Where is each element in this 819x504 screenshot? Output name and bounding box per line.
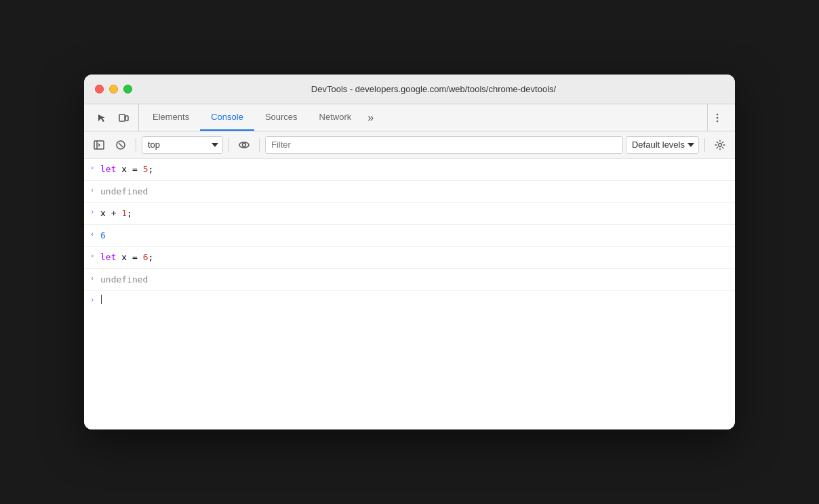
console-result: 6 [100, 228, 730, 244]
output-arrow: ‹ [84, 272, 100, 285]
console-input: let x = 5; [100, 161, 730, 177]
tab-elements[interactable]: Elements [142, 104, 200, 131]
tabbar: Elements Console Sources Network » [84, 104, 735, 131]
titlebar: DevTools - developers.google.com/web/too… [84, 75, 735, 104]
eye-icon[interactable] [235, 135, 254, 154]
traffic-lights [95, 85, 132, 93]
svg-point-11 [719, 143, 722, 146]
filter-box[interactable] [265, 136, 623, 154]
prompt-arrow: › [84, 293, 100, 306]
console-row: ‹ 6 [84, 225, 735, 247]
input-arrow: › [84, 205, 100, 218]
device-toolbar-icon[interactable] [114, 108, 133, 127]
result-arrow: ‹ [84, 228, 100, 240]
svg-point-10 [243, 143, 246, 146]
svg-rect-1 [125, 116, 128, 121]
tabbar-right-menu [707, 104, 732, 131]
svg-point-4 [717, 120, 719, 122]
console-row: ‹ undefined [84, 269, 735, 291]
log-levels-selector[interactable]: Default levels [626, 136, 699, 154]
console-row: ‹ undefined [84, 181, 735, 203]
show-console-sidebar-icon[interactable] [89, 135, 108, 154]
svg-point-2 [717, 113, 719, 115]
clear-console-icon[interactable] [111, 135, 130, 154]
tab-left-icons [87, 104, 139, 131]
tab-sources[interactable]: Sources [254, 104, 308, 131]
settings-icon[interactable] [711, 135, 730, 154]
cursor [101, 295, 102, 304]
tab-network[interactable]: Network [308, 104, 363, 131]
toolbar-divider-1 [136, 138, 136, 152]
window-title: DevTools - developers.google.com/web/too… [143, 84, 724, 94]
console-input-row[interactable]: › [84, 291, 735, 310]
tab-overflow[interactable]: » [362, 104, 379, 131]
input-arrow: › [84, 249, 100, 262]
tab-console[interactable]: Console [200, 104, 254, 131]
svg-rect-0 [119, 114, 125, 121]
more-options-icon[interactable] [708, 108, 727, 127]
console-prompt[interactable] [100, 293, 730, 306]
devtools-window: DevTools - developers.google.com/web/too… [84, 75, 735, 429]
toolbar: top Default levels [84, 131, 735, 159]
svg-point-3 [717, 117, 719, 119]
filter-input[interactable] [271, 140, 617, 150]
minimize-button[interactable] [109, 85, 118, 93]
console-output: undefined [100, 272, 730, 288]
select-element-icon[interactable] [92, 108, 111, 127]
context-selector[interactable]: top [142, 136, 223, 154]
toolbar-divider-4 [704, 138, 705, 152]
console-row: › let x = 6; [84, 247, 735, 269]
toolbar-divider-2 [228, 138, 229, 152]
close-button[interactable] [95, 85, 104, 93]
maximize-button[interactable] [123, 85, 132, 93]
output-arrow: ‹ [84, 184, 100, 196]
console-input: x + 1; [100, 205, 730, 222]
console-input: let x = 6; [100, 249, 730, 266]
input-arrow: › [84, 161, 100, 174]
console-row: › let x = 5; [84, 159, 735, 181]
console-output: undefined [100, 184, 730, 200]
levels-chevron-icon [687, 143, 694, 147]
svg-line-8 [119, 143, 123, 147]
toolbar-divider-3 [259, 138, 260, 152]
chevron-down-icon [212, 143, 218, 147]
console-row: › x + 1; [84, 203, 735, 225]
console-area[interactable]: › let x = 5; ‹ undefined › x + 1; ‹ 6 [84, 159, 735, 429]
